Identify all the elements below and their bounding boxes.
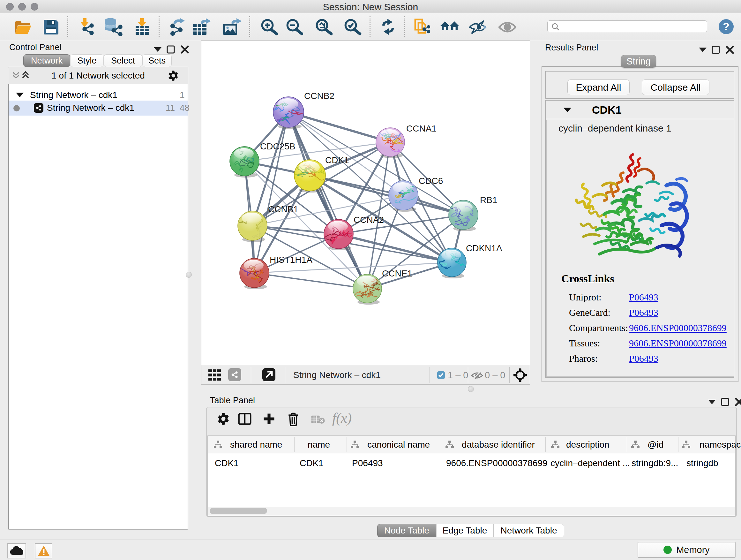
svg-text:CCNE1: CCNE1: [382, 268, 412, 278]
svg-text:CDC25B: CDC25B: [260, 141, 295, 151]
svg-text:CCNB2: CCNB2: [304, 91, 334, 101]
svg-text:CDKN1A: CDKN1A: [466, 243, 502, 253]
svg-text:HIST1H1A: HIST1H1A: [270, 255, 313, 265]
svg-text:CCNA1: CCNA1: [406, 124, 436, 133]
svg-text:CCNA2: CCNA2: [354, 215, 384, 225]
svg-text:CDC6: CDC6: [419, 176, 443, 186]
svg-text:CCNB1: CCNB1: [268, 204, 298, 214]
svg-text:RB1: RB1: [480, 195, 497, 205]
svg-text:CDK1: CDK1: [325, 155, 349, 165]
